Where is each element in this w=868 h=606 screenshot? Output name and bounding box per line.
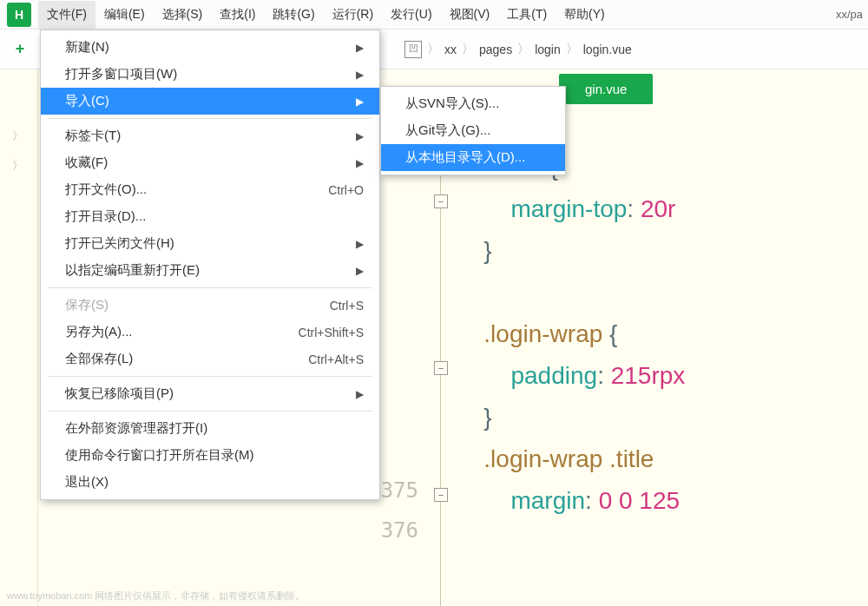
menu-item[interactable]: 在外部资源管理器打开(I)	[41, 415, 379, 442]
chevron-right-icon: 〉	[566, 42, 578, 57]
chevron-right-icon: ▶	[356, 157, 364, 169]
menu-help[interactable]: 帮助(Y)	[556, 1, 614, 29]
code-line: }	[464, 404, 492, 431]
menu-separator	[48, 118, 372, 119]
menu-item[interactable]: 保存(S)Ctrl+S	[41, 292, 379, 319]
chevron-right-icon: ▶	[356, 130, 364, 142]
menu-item[interactable]: 导入(C)▶	[41, 88, 379, 115]
menu-item-label: 打开目录(D)...	[65, 208, 146, 225]
menu-item-label: 以指定编码重新打开(E)	[65, 262, 200, 279]
fold-minus-icon[interactable]: −	[434, 194, 448, 208]
code-line: }	[464, 237, 492, 264]
submenu-item[interactable]: 从SVN导入(S)...	[381, 90, 565, 117]
chevron-right-icon: ▶	[356, 238, 364, 250]
menu-item-label: 收藏(F)	[65, 155, 108, 171]
breadcrumb-item[interactable]: pages	[479, 43, 512, 56]
code-line: margin-top: 20r	[464, 195, 675, 222]
breadcrumb-root-icon[interactable]: 凹	[404, 41, 422, 58]
menu-item-label: 全部保存(L)	[65, 351, 133, 367]
menu-item[interactable]: 以指定编码重新打开(E)▶	[41, 257, 379, 284]
code-line: .login-wrap .title	[464, 445, 661, 472]
code-block[interactable]: .rules { margin-top: 20r } .login-wrap {…	[464, 108, 685, 563]
menu-shortcut: Ctrl+Shift+S	[299, 326, 364, 339]
menu-item[interactable]: 打开目录(D)...	[41, 203, 379, 230]
chevron-right-icon: 〉	[517, 42, 529, 57]
menu-separator	[48, 287, 372, 288]
menubar: H 文件(F) 编辑(E) 选择(S) 查找(I) 跳转(G) 运行(R) 发行…	[0, 0, 868, 30]
menu-item-label: 新建(N)	[65, 39, 109, 56]
toolbar-left: +	[0, 30, 40, 69]
menu-view[interactable]: 视图(V)	[441, 1, 499, 29]
fold-column: − − −	[431, 104, 455, 606]
breadcrumb-item[interactable]: xx	[444, 43, 457, 56]
menu-item-label: 退出(X)	[65, 474, 108, 491]
breadcrumb-item[interactable]: login.vue	[583, 43, 632, 56]
menu-item-label: 打开已关闭文件(H)	[65, 235, 174, 252]
sidebar-gutter: 〉 〉	[0, 69, 38, 606]
fold-minus-icon[interactable]: −	[434, 488, 448, 502]
menu-shortcut: Ctrl+Alt+S	[308, 352, 364, 366]
chevron-right-icon[interactable]: 〉	[0, 151, 37, 181]
menu-run[interactable]: 运行(R)	[324, 1, 382, 29]
menu-item[interactable]: 收藏(F)▶	[41, 149, 379, 176]
menu-item-label: 打开文件(O)...	[65, 181, 147, 198]
menu-item-label: 标签卡(T)	[65, 128, 121, 144]
menu-item-label: 保存(S)	[65, 297, 108, 313]
chevron-right-icon: 〉	[427, 42, 439, 57]
fold-minus-icon[interactable]: −	[434, 361, 448, 375]
menu-item[interactable]: 另存为(A)...Ctrl+Shift+S	[41, 319, 379, 346]
menu-item[interactable]: 退出(X)	[41, 469, 379, 496]
line-number: 376	[316, 510, 429, 550]
menu-item[interactable]: 恢复已移除项目(P)▶	[41, 380, 379, 407]
chevron-right-icon: ▶	[356, 42, 364, 54]
chevron-right-icon: ▶	[356, 69, 364, 81]
chevron-right-icon: ▶	[356, 388, 364, 400]
tab-active[interactable]: gin.vue	[559, 74, 653, 104]
menu-item[interactable]: 标签卡(T)▶	[41, 122, 379, 149]
menu-item[interactable]: 打开多窗口项目(W)▶	[41, 61, 379, 88]
menu-shortcut: Ctrl+O	[328, 183, 364, 197]
new-file-icon[interactable]: +	[11, 41, 29, 58]
menu-item[interactable]: 打开文件(O)...Ctrl+O	[41, 176, 379, 203]
menu-goto[interactable]: 跳转(G)	[264, 1, 323, 29]
menu-item-label: 恢复已移除项目(P)	[65, 385, 174, 402]
menu-item[interactable]: 新建(N)▶	[41, 34, 379, 61]
menu-select[interactable]: 选择(S)	[154, 1, 212, 29]
menu-item-label: 另存为(A)...	[65, 324, 133, 340]
menu-publish[interactable]: 发行(U)	[382, 1, 440, 29]
chevron-right-icon[interactable]: 〉	[0, 122, 37, 151]
file-dropdown: 新建(N)▶打开多窗口项目(W)▶导入(C)▶标签卡(T)▶收藏(F)▶打开文件…	[40, 30, 380, 500]
menu-item-label: 在外部资源管理器打开(I)	[65, 420, 207, 437]
code-line: padding: 215rpx	[464, 362, 685, 389]
code-line: margin: 0 0 125	[464, 487, 680, 514]
menu-tools[interactable]: 工具(T)	[498, 1, 556, 29]
menu-shortcut: Ctrl+S	[330, 299, 364, 313]
chevron-right-icon: 〉	[462, 42, 474, 57]
path-fragment: xx/pa	[836, 8, 868, 21]
breadcrumb-item[interactable]: login	[535, 43, 561, 56]
submenu-item[interactable]: 从本地目录导入(D)...	[381, 144, 565, 171]
menu-item[interactable]: 全部保存(L)Ctrl+Alt+S	[41, 346, 379, 372]
menu-item[interactable]: 使用命令行窗口打开所在目录(M)	[41, 442, 379, 469]
submenu-item[interactable]: 从Git导入(G)...	[381, 117, 565, 144]
menu-item[interactable]: 打开已关闭文件(H)▶	[41, 230, 379, 257]
chevron-right-icon: ▶	[356, 265, 364, 277]
code-line: .login-wrap {	[464, 320, 617, 347]
menu-item-label: 打开多窗口项目(W)	[65, 66, 177, 82]
menu-separator	[48, 376, 372, 377]
menu-find[interactable]: 查找(I)	[211, 1, 264, 29]
menu-item-label: 导入(C)	[65, 93, 109, 109]
watermark: www.toymoban.com 网络图片仅供展示，非存储，如有侵权请系删除。	[7, 590, 305, 603]
menu-item-label: 使用命令行窗口打开所在目录(M)	[65, 447, 254, 464]
import-submenu: 从SVN导入(S)...从Git导入(G)...从本地目录导入(D)...	[380, 86, 566, 175]
menu-edit[interactable]: 编辑(E)	[95, 1, 154, 29]
breadcrumb: 凹 〉 xx 〉 pages 〉 login 〉 login.vue	[404, 41, 632, 58]
app-logo: H	[7, 3, 31, 27]
chevron-right-icon: ▶	[356, 96, 364, 108]
menu-file[interactable]: 文件(F)	[38, 1, 95, 29]
code-line	[464, 279, 470, 306]
menu-separator	[48, 411, 372, 412]
